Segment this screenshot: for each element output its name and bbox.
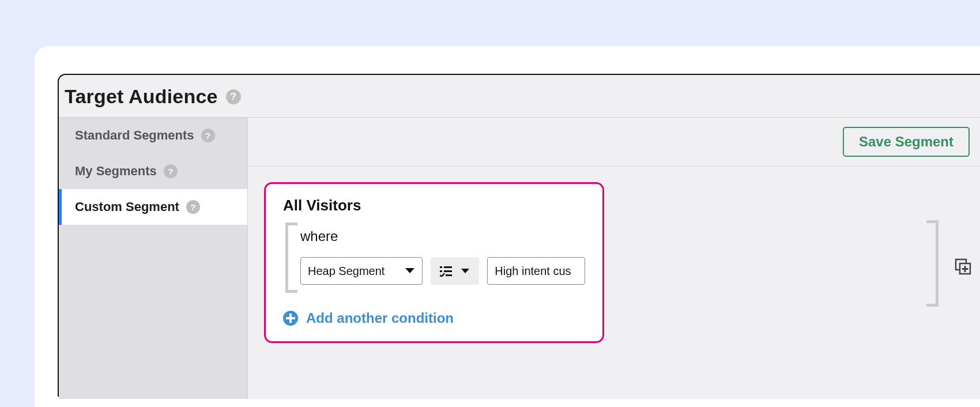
svg-rect-1 <box>444 266 452 268</box>
main-area: Save Segment All Visitors where Heap Seg… <box>248 118 980 399</box>
property-select[interactable]: Heap Segment <box>300 257 423 285</box>
value-input[interactable]: High intent cus <box>487 257 585 285</box>
sidebar-item-label: Custom Segment <box>75 199 179 214</box>
svg-rect-4 <box>446 274 452 276</box>
condition-title: All Visitors <box>283 197 585 214</box>
property-select-value: Heap Segment <box>308 265 385 278</box>
sidebar-item-label: My Segments <box>75 164 157 179</box>
toolbar: Save Segment <box>248 118 980 167</box>
svg-rect-3 <box>444 270 452 272</box>
panel-body: Standard Segments ? My Segments ? Custom… <box>59 118 980 399</box>
page-background: Target Audience ? Standard Segments ? My… <box>0 0 980 407</box>
target-audience-panel: Target Audience ? Standard Segments ? My… <box>58 74 980 397</box>
duplicate-group-button[interactable] <box>952 256 974 278</box>
svg-rect-0 <box>440 266 442 268</box>
sidebar-item-custom-segment[interactable]: Custom Segment ? <box>59 189 247 225</box>
conditions-bracket: where Heap Segment <box>283 220 585 295</box>
where-label: where <box>300 228 585 244</box>
condition-card: All Visitors where Heap Segment <box>264 182 604 343</box>
copy-plus-icon <box>954 258 973 276</box>
outer-card: Target Audience ? Standard Segments ? My… <box>35 46 980 407</box>
condition-row: Heap Segment <box>300 257 585 285</box>
svg-rect-7 <box>286 317 295 319</box>
caret-down-icon <box>405 267 415 274</box>
help-icon[interactable]: ? <box>201 129 215 142</box>
operator-select[interactable] <box>431 257 479 285</box>
group-right-bracket <box>926 220 938 307</box>
plus-circle-icon <box>283 311 298 326</box>
help-icon[interactable]: ? <box>226 89 241 104</box>
svg-rect-11 <box>962 268 968 270</box>
value-input-text: High intent cus <box>495 265 571 278</box>
help-icon[interactable]: ? <box>164 164 178 178</box>
panel-header: Target Audience ? <box>59 75 980 118</box>
sidebar-item-label: Standard Segments <box>75 128 194 143</box>
panel-title: Target Audience <box>65 85 218 108</box>
add-condition-button[interactable]: Add another condition <box>283 310 585 326</box>
caret-down-icon <box>461 268 470 274</box>
sidebar: Standard Segments ? My Segments ? Custom… <box>59 118 248 399</box>
sidebar-item-standard-segments[interactable]: Standard Segments ? <box>59 118 247 153</box>
list-check-icon <box>440 265 456 277</box>
sidebar-item-my-segments[interactable]: My Segments ? <box>59 153 247 189</box>
add-condition-label: Add another condition <box>306 310 454 326</box>
svg-rect-2 <box>440 270 442 272</box>
help-icon[interactable]: ? <box>186 200 200 214</box>
save-segment-button[interactable]: Save Segment <box>843 127 970 157</box>
